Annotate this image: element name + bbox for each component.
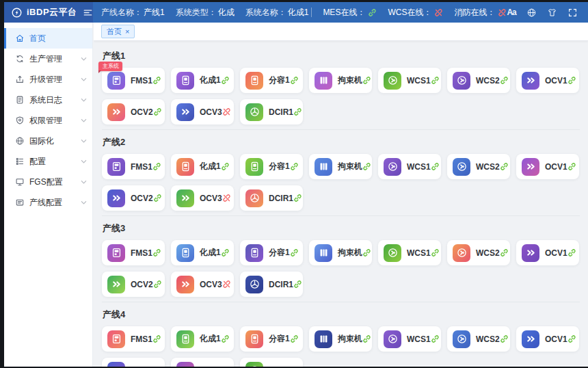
system-card-化成1[interactable]: 化成1 <box>171 326 234 352</box>
card-label: 拘束机 <box>338 75 362 86</box>
info-label: 系统名称： <box>245 7 286 18</box>
system-card-ocv2[interactable]: OCV2 <box>102 358 165 367</box>
system-card-化成1[interactable]: 化成1 <box>171 154 234 179</box>
system-card-分容1[interactable]: 分容1 <box>240 240 303 265</box>
system-card-拘束机[interactable]: 拘束机 <box>309 240 372 265</box>
cabinet-icon <box>176 330 194 348</box>
cabinet-icon <box>245 330 263 348</box>
wcs-icon <box>453 330 470 348</box>
tab-close-icon[interactable]: × <box>125 28 129 36</box>
top-bar: iBDP云平台 产线名称： 产线1 系统类型： 化成 系统名称： 化成1 MES… <box>4 2 588 23</box>
ocv-icon <box>107 103 125 121</box>
system-card-分容1[interactable]: 分容1 <box>240 326 303 352</box>
fms-icon <box>107 158 125 176</box>
wcs-icon <box>453 158 470 176</box>
link-online-icon <box>500 334 509 343</box>
theme-shirt-icon[interactable] <box>547 8 557 18</box>
system-card-fms1[interactable]: FMS1 <box>102 154 165 179</box>
system-card-dcir1[interactable]: DCIR1 <box>240 185 303 211</box>
system-card-wcs1[interactable]: WCS1 <box>378 326 441 352</box>
card-label: FMS1 <box>131 248 152 258</box>
link-online-icon <box>221 76 230 85</box>
tab-home[interactable]: 首页 × <box>101 25 135 38</box>
font-size-action[interactable]: Aa <box>507 8 516 17</box>
system-card-wcs1[interactable]: WCS1 <box>378 68 441 93</box>
system-card-拘束机[interactable]: 拘束机 <box>309 68 372 93</box>
fullscreen-icon[interactable] <box>567 8 578 18</box>
main-system-badge: 主系统 <box>98 62 122 71</box>
sidebar-item-config[interactable]: 配置 <box>4 151 92 172</box>
system-card-ocv1[interactable]: OCV1 <box>516 326 579 352</box>
card-label: OCV3 <box>200 107 222 117</box>
system-card-ocv3[interactable]: OCV3 <box>171 185 234 211</box>
system-card-dcir1[interactable]: DCIR1 <box>240 272 303 297</box>
system-card-wcs2[interactable]: WCS2 <box>447 154 510 179</box>
sidebar-item-permission[interactable]: 权限管理 <box>4 110 92 131</box>
system-card-wcs2[interactable]: WCS2 <box>447 240 510 265</box>
home-icon <box>15 34 25 43</box>
system-card-wcs1[interactable]: WCS1 <box>378 240 441 265</box>
cabinet-icon <box>176 244 194 262</box>
system-card-ocv3[interactable]: OCV3 <box>171 99 234 124</box>
chevron-down-icon <box>81 138 87 144</box>
sidebar-item-logs[interactable]: 系统日志 <box>4 90 92 110</box>
card-label: WCS1 <box>407 162 431 172</box>
system-card-fms1[interactable]: FMS1 <box>102 240 165 265</box>
wcs-icon <box>384 244 401 262</box>
system-card-拘束机[interactable]: 拘束机 <box>309 154 372 179</box>
system-card-ocv2[interactable]: OCV2 <box>102 185 165 211</box>
line-info-item: 产线名称： 产线1 <box>101 7 165 18</box>
card-label: WCS1 <box>407 334 431 344</box>
system-card-化成1[interactable]: 化成1 <box>171 68 234 93</box>
card-grid: FMS1 化成1 分容1 拘 <box>102 240 580 297</box>
top-bar-main: 产线名称： 产线1 系统类型： 化成 系统名称： 化成1 MES在线： WCS在… <box>93 2 588 23</box>
status-label: WCS在线： <box>388 7 431 18</box>
link-online-icon <box>362 162 371 171</box>
system-card-wcs2[interactable]: WCS2 <box>447 68 510 93</box>
sidebar-item-i18n[interactable]: 国际化 <box>4 131 92 151</box>
ocv-icon <box>176 189 194 207</box>
system-card-化成1[interactable]: 化成1 <box>171 240 234 265</box>
language-globe-icon[interactable] <box>526 8 537 18</box>
link-online-icon <box>567 76 576 85</box>
sidebar-item-production[interactable]: 生产管理 <box>4 49 92 69</box>
system-card-ocv1[interactable]: OCV1 <box>516 240 579 265</box>
sidebar-item-lineconfig[interactable]: 产线配置 <box>4 192 92 213</box>
books-icon <box>315 330 332 348</box>
sidebar-item-fgs[interactable]: FGS配置 <box>4 172 92 192</box>
wcs-icon <box>384 158 401 176</box>
sidebar-item-label: 首页 <box>29 33 46 44</box>
production-icon <box>15 54 25 64</box>
ocv-icon <box>176 276 194 293</box>
system-card-ocv2[interactable]: OCV2 <box>102 99 165 124</box>
line-info-group: 产线名称： 产线1 系统类型： 化成 系统名称： 化成1 <box>101 7 308 18</box>
link-online-icon <box>293 280 302 289</box>
sidebar-item-label: FGS配置 <box>29 176 63 188</box>
sidebar-item-upgrade[interactable]: 升级管理 <box>4 69 92 90</box>
info-label: 产线名称： <box>101 7 142 18</box>
system-card-wcs1[interactable]: WCS1 <box>378 154 441 179</box>
info-value: 化成1 <box>288 7 309 18</box>
chevron-down-icon <box>81 179 87 185</box>
screen-edge-top <box>0 0 588 2</box>
sidebar-collapse-icon[interactable] <box>83 8 93 18</box>
system-card-ocv2[interactable]: OCV2 <box>102 272 165 297</box>
card-label: DCIR1 <box>269 107 293 117</box>
system-card-ocv1[interactable]: OCV1 <box>516 68 579 93</box>
link-online-icon <box>152 248 161 257</box>
system-card-分容1[interactable]: 分容1 <box>240 154 303 179</box>
system-card-ocv3[interactable]: OCV3 <box>171 358 234 367</box>
sidebar-item-home[interactable]: 首页 <box>4 28 92 49</box>
link-online-icon <box>153 280 162 289</box>
system-card-fms1[interactable]: FMS1 <box>102 326 165 352</box>
system-card-拘束机[interactable]: 拘束机 <box>309 326 372 352</box>
link-online-icon <box>431 162 440 171</box>
system-card-dcir1[interactable]: DCIR1 <box>240 99 303 124</box>
chevron-down-icon <box>81 200 87 206</box>
system-card-fms1[interactable]: 主系统 FMS1 <box>102 68 165 93</box>
system-card-ocv1[interactable]: OCV1 <box>516 154 579 179</box>
system-card-dcir1[interactable]: DCIR1 <box>240 358 303 367</box>
system-card-wcs2[interactable]: WCS2 <box>447 326 510 352</box>
system-card-ocv3[interactable]: OCV3 <box>171 272 234 297</box>
system-card-分容1[interactable]: 分容1 <box>240 68 303 93</box>
